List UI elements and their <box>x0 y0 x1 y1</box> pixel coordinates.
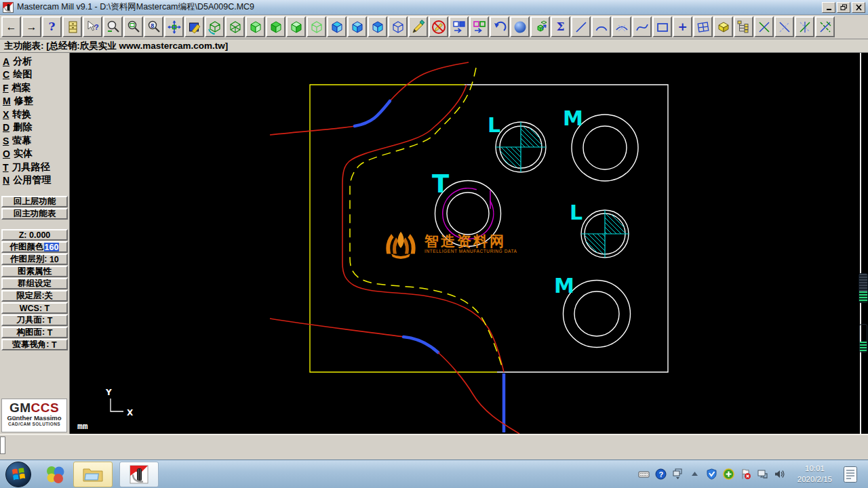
construction-plane-button[interactable]: 构图面: T <box>1 327 68 338</box>
level-button[interactable]: 作图层别: 10 <box>1 253 68 265</box>
prompt-bar[interactable] <box>0 434 868 460</box>
shade-sphere-button[interactable] <box>510 16 530 37</box>
solid-box-button[interactable] <box>713 16 733 37</box>
gview-side-cube-button[interactable] <box>286 16 306 37</box>
overlay-widget-bottom[interactable] <box>859 324 867 352</box>
create-rectangle-icon <box>655 20 670 35</box>
watermark-subtitle: INTELLIGENT MANUFACTURING DATA <box>425 249 517 253</box>
z-depth-button[interactable]: Z: 0.000 <box>1 229 68 241</box>
solid-copy-button[interactable] <box>530 16 550 37</box>
label-t: T <box>432 169 450 199</box>
label-m2: M <box>554 274 574 298</box>
operations-tree-button[interactable] <box>734 16 753 37</box>
zoom-scale-button[interactable]: 8 <box>144 16 163 37</box>
cplane-front-cube-button[interactable] <box>347 16 367 37</box>
sidebar-item-screen[interactable]: S萤幕 <box>0 134 69 148</box>
create-line-button[interactable] <box>571 16 591 37</box>
groups-button[interactable]: 群组设定 <box>1 278 68 289</box>
viewports-button[interactable] <box>693 16 713 37</box>
screen-blank-button[interactable] <box>449 16 469 37</box>
sidebar-item-solids[interactable]: O实体 <box>0 148 69 161</box>
repaint-button[interactable] <box>184 16 204 37</box>
trim-curve-button[interactable] <box>612 16 631 37</box>
gview-top-cube-button[interactable] <box>245 16 265 37</box>
overlay-widget-top[interactable] <box>859 273 868 303</box>
sidebar-item-modify[interactable]: M修整 <box>0 95 69 108</box>
cplane-3d-cube-button[interactable] <box>388 16 408 37</box>
zoom-window-button[interactable] <box>123 16 143 37</box>
screen-colors-button[interactable] <box>469 16 489 37</box>
create-rectangle-button[interactable] <box>652 16 672 37</box>
help-button[interactable]: ? <box>42 16 62 37</box>
undelete-pencil-button[interactable] <box>429 16 448 37</box>
level-mask-button[interactable]: 限定层:关 <box>1 290 68 302</box>
show-hidden-icons-button[interactable] <box>689 468 701 481</box>
minimize-button[interactable] <box>822 2 835 13</box>
trim-two-button[interactable] <box>774 16 794 37</box>
sidebar-item-file[interactable]: F档案 <box>0 81 69 95</box>
action-center-flag-icon[interactable] <box>740 468 752 481</box>
cursor-help-button[interactable]: ? <box>83 16 102 37</box>
cplane-side-cube-button[interactable] <box>368 16 387 37</box>
antivirus-plus-tray-icon[interactable] <box>723 468 735 481</box>
help-tray-icon[interactable]: ? <box>655 468 667 481</box>
sidebar-item-nc-utils[interactable]: N公用管理 <box>0 174 69 188</box>
create-point-button[interactable]: + <box>673 16 692 37</box>
graphics-view-button[interactable]: 萤幕视角: T <box>1 339 68 350</box>
dynamic-rotate-button[interactable] <box>205 16 224 37</box>
taskbar-clock[interactable]: 10:01 2020/2/15 <box>797 464 832 485</box>
sigma-icon: Σ <box>556 21 564 33</box>
sidebar-item-create[interactable]: C绘图 <box>0 68 69 82</box>
sigma-button[interactable]: Σ <box>551 16 570 37</box>
cursor-help-icon: ? <box>85 20 100 35</box>
wcs-button[interactable]: WCS: T <box>1 302 68 314</box>
pan-button[interactable] <box>164 16 184 37</box>
keyboard-tray-icon[interactable] <box>638 468 650 481</box>
prompt-input[interactable] <box>0 436 5 454</box>
gview-front-cube-button[interactable] <box>266 16 285 37</box>
create-spline-button[interactable] <box>632 16 652 37</box>
spline-bottom-highlight <box>403 337 438 352</box>
sidebar-item-analysis[interactable]: A分析 <box>0 55 69 68</box>
shield-tray-icon[interactable] <box>706 468 718 481</box>
zoom-button[interactable] <box>103 16 123 37</box>
backup-menu-button[interactable]: 回上层功能 <box>1 196 68 207</box>
gview-wireframe-cube-button[interactable] <box>225 16 245 37</box>
notes-tray-button[interactable] <box>842 464 859 485</box>
trim-three-button[interactable] <box>815 16 835 37</box>
trim-one-button[interactable] <box>754 16 774 37</box>
sidebar-item-toolpaths[interactable]: T刀具路径 <box>0 161 69 174</box>
start-button[interactable] <box>5 462 31 487</box>
hole-m2-inner <box>574 291 619 336</box>
tool-plane-button[interactable]: 刀具面: T <box>1 314 68 326</box>
create-arc-button[interactable] <box>591 16 611 37</box>
close-button[interactable] <box>852 2 865 13</box>
restore-button[interactable] <box>837 2 850 13</box>
file-cabinet-button[interactable] <box>62 16 82 37</box>
delete-pencil-button[interactable] <box>408 16 428 37</box>
back-icon: ← <box>6 22 17 33</box>
attributes-button[interactable]: 图素属性 <box>1 266 68 277</box>
mastercam-taskbar-button[interactable] <box>119 462 159 487</box>
cplane-iso-cube-button[interactable] <box>307 16 326 37</box>
minimize-icon <box>825 4 833 11</box>
cplane-top-cube-button[interactable] <box>327 16 347 37</box>
forward-button[interactable]: → <box>22 16 41 37</box>
undo-button[interactable] <box>490 16 509 37</box>
sidebar-item-xform[interactable]: X转换 <box>0 108 69 121</box>
volume-tray-icon[interactable] <box>774 468 786 481</box>
solid-box-icon <box>716 20 731 35</box>
window-switch-tray-icon[interactable] <box>672 468 684 481</box>
main-menu-button[interactable]: 回主功能表 <box>1 208 68 220</box>
help-icon: ? <box>49 21 56 33</box>
mastercam-window: Mastercam Mill v9.1 - D:\资料网Mastercam编程\… <box>0 0 868 460</box>
sidebar-item-delete[interactable]: D删除 <box>0 121 69 135</box>
draw-color-button[interactable]: 作图颜色160 <box>1 241 68 253</box>
back-button[interactable]: ← <box>1 16 21 37</box>
pinned-app-icon[interactable] <box>43 463 66 486</box>
explorer-taskbar-button[interactable] <box>73 462 113 487</box>
graphics-canvas[interactable]: T L M L M Y X mm <box>70 53 868 434</box>
label-m1: M <box>563 106 583 130</box>
trim-divide-button[interactable] <box>795 16 814 37</box>
network-tray-icon[interactable] <box>757 468 769 481</box>
